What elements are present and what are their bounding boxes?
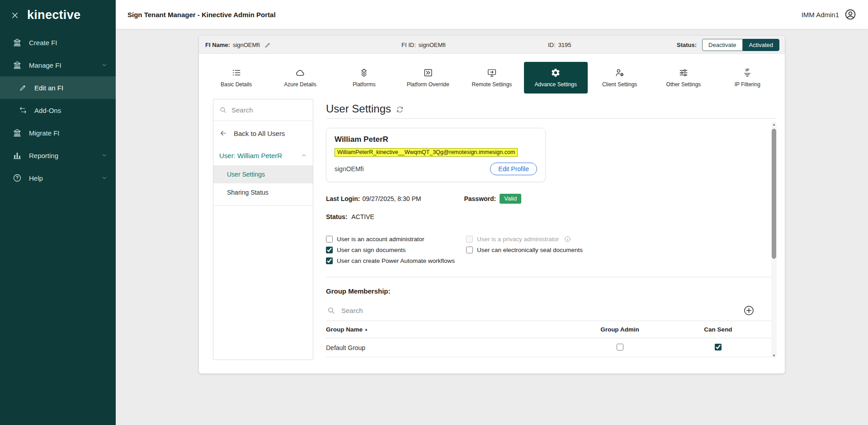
nav-item-label: Sharing Status bbox=[227, 189, 269, 196]
last-login-value: 09/27/2025, 8:30 PM bbox=[362, 195, 421, 202]
nav-item-sharing-status[interactable]: Sharing Status bbox=[213, 183, 313, 201]
activated-button[interactable]: Activated bbox=[743, 39, 779, 51]
user-search-input[interactable] bbox=[231, 106, 299, 114]
deactivate-button[interactable]: Deactivate bbox=[702, 39, 742, 51]
perm-can-sign-documents-checkbox[interactable] bbox=[326, 247, 333, 253]
sidebar-item-create-fi[interactable]: Create FI bbox=[0, 31, 116, 54]
group-admin-checkbox[interactable] bbox=[617, 344, 623, 350]
perm-can-sign-documents[interactable]: User can sign documents bbox=[326, 247, 466, 253]
id-field: ID: 3195 bbox=[548, 36, 571, 54]
svg-text:IP: IP bbox=[745, 68, 749, 72]
tab-label: Platforms bbox=[353, 81, 376, 88]
perm-label: User can create Power Automate workflows bbox=[337, 257, 455, 264]
perm-account-administrator-checkbox[interactable] bbox=[326, 236, 333, 243]
avatar-icon[interactable] bbox=[844, 9, 856, 20]
tab-label: Advance Settings bbox=[535, 81, 577, 88]
perm-account-administrator[interactable]: User is an account administrator bbox=[326, 236, 466, 243]
fi-id-label: FI ID: bbox=[401, 42, 416, 48]
sidebar-item-migrate-fi[interactable]: Migrate FI bbox=[0, 121, 116, 144]
tab-advance-settings[interactable]: Advance Settings bbox=[524, 62, 588, 93]
sort-asc-icon[interactable]: ▲ bbox=[364, 327, 368, 332]
tab-platform-override[interactable]: Platform Override bbox=[396, 62, 460, 93]
close-menu-icon[interactable] bbox=[11, 11, 19, 19]
tab-label: Remote Settings bbox=[472, 81, 512, 88]
tab-label: Basic Details bbox=[221, 81, 252, 88]
password-group: Password: Valid bbox=[464, 194, 521, 204]
user-menu[interactable]: IMM Admin1 bbox=[802, 9, 856, 20]
user-node-william-peterr[interactable]: User: William PeterR bbox=[213, 145, 313, 165]
group-search-input[interactable] bbox=[341, 307, 477, 314]
sidebar-header: kinective bbox=[0, 0, 116, 31]
scroll-up-icon[interactable]: ▴ bbox=[771, 121, 777, 127]
sidebar-item-label: Manage FI bbox=[29, 61, 61, 69]
perm-can-seal-documents[interactable]: User can electronically seal documents bbox=[466, 247, 776, 253]
fi-name-field: FI Name: signOEMfi bbox=[205, 36, 271, 54]
bank-icon bbox=[13, 38, 22, 47]
column-group-name[interactable]: Group Name▲ bbox=[326, 326, 570, 333]
perm-power-automate-checkbox[interactable] bbox=[326, 257, 333, 264]
tab-bar: Basic Details Azure Details Platforms Pl… bbox=[204, 62, 779, 93]
box-forward-icon bbox=[423, 68, 433, 78]
tab-label: IP Filtering bbox=[735, 81, 760, 88]
can-send-checkbox[interactable] bbox=[715, 344, 722, 350]
edit-fi-name-icon[interactable] bbox=[264, 42, 271, 48]
back-to-all-users[interactable]: Back to All Users bbox=[213, 121, 313, 145]
tab-label: Platform Override bbox=[407, 81, 449, 88]
chevron-up-icon bbox=[301, 152, 307, 159]
profile-name: William PeterR bbox=[335, 135, 537, 144]
tab-label: Client Settings bbox=[602, 81, 637, 88]
scroll-down-icon[interactable]: ▾ bbox=[771, 353, 777, 358]
scrollbar-thumb[interactable] bbox=[772, 129, 776, 259]
fi-id-field: FI ID: signOEMfi bbox=[401, 36, 446, 54]
topbar: Sign Tenant Manager - Kinective Admin Po… bbox=[116, 0, 868, 29]
info-icon bbox=[564, 236, 571, 243]
tab-label: Azure Details bbox=[284, 81, 316, 88]
perm-power-automate[interactable]: User can create Power Automate workflows bbox=[326, 257, 466, 264]
chevron-down-icon bbox=[101, 62, 108, 68]
perm-can-seal-documents-checkbox[interactable] bbox=[466, 247, 473, 253]
sidebar-item-label: Help bbox=[29, 174, 43, 182]
sidebar-item-reporting[interactable]: Reporting bbox=[0, 144, 116, 167]
search-icon bbox=[327, 306, 335, 315]
bar-chart-icon bbox=[13, 151, 22, 160]
kinective-logo: kinective bbox=[27, 8, 80, 22]
add-group-icon[interactable] bbox=[744, 305, 754, 316]
tab-client-settings[interactable]: Client Settings bbox=[588, 62, 651, 93]
fi-name-value: signOEMfi bbox=[233, 42, 260, 48]
nav-item-user-settings[interactable]: User Settings bbox=[213, 165, 313, 183]
sidebar-item-help[interactable]: Help bbox=[0, 167, 116, 189]
vertical-scrollbar[interactable]: ▴ ▾ bbox=[771, 121, 777, 358]
tab-basic-details[interactable]: Basic Details bbox=[204, 62, 268, 93]
sidebar-item-add-ons[interactable]: Add-Ons bbox=[0, 99, 116, 121]
perm-privacy-administrator-checkbox bbox=[466, 236, 473, 243]
status-controls: Status: Deactivate Activated bbox=[677, 36, 779, 54]
tab-remote-settings[interactable]: Remote Settings bbox=[460, 62, 524, 93]
bank-icon bbox=[13, 128, 22, 137]
sidebar-item-label: Create FI bbox=[29, 39, 57, 47]
sidebar-item-manage-fi[interactable]: Manage FI bbox=[0, 54, 116, 76]
group-membership-title: Group Membership: bbox=[326, 287, 776, 295]
perm-label: User is a privacy administrator bbox=[477, 236, 559, 243]
tab-platforms[interactable]: Platforms bbox=[332, 62, 396, 93]
cloud-icon bbox=[295, 68, 305, 78]
chevron-down-icon bbox=[101, 175, 108, 181]
perm-label: User is an account administrator bbox=[337, 236, 425, 243]
group-table-row: Default Group bbox=[326, 338, 776, 357]
sidebar: kinective Create FI Manage FI Edit an FI bbox=[0, 0, 116, 425]
refresh-icon[interactable] bbox=[396, 106, 404, 113]
status-row: Status: ACTIVE bbox=[326, 213, 776, 220]
sidebar-nav: Create FI Manage FI Edit an FI Add-Ons bbox=[0, 31, 116, 189]
page-title: Sign Tenant Manager - Kinective Admin Po… bbox=[127, 11, 276, 19]
user-tree: User: William PeterR User Settings Shari… bbox=[213, 145, 313, 205]
tab-azure-details[interactable]: Azure Details bbox=[268, 62, 332, 93]
tab-ip-filtering[interactable]: IP IP Filtering bbox=[716, 62, 779, 93]
edit-profile-button[interactable]: Edit Profile bbox=[490, 163, 537, 175]
tab-other-settings[interactable]: Other Settings bbox=[651, 62, 715, 93]
group-table-header: Group Name▲ Group Admin Can Send bbox=[326, 321, 776, 338]
sidebar-item-label: Add-Ons bbox=[34, 107, 61, 114]
user-node-label: User: William PeterR bbox=[219, 152, 282, 159]
sliders-icon bbox=[679, 68, 689, 78]
perm-label: User can electronically seal documents bbox=[477, 247, 583, 253]
user-nav-panel: Back to All Users User: William PeterR U… bbox=[213, 99, 313, 360]
sidebar-item-edit-an-fi[interactable]: Edit an FI bbox=[0, 76, 116, 99]
